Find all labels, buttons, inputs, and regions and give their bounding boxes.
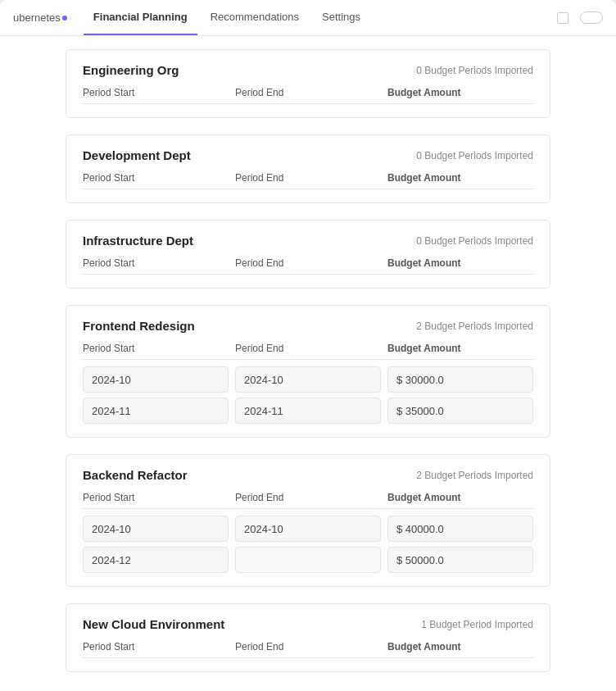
section-badge-frontend-redesign: 2 Budget Periods Imported bbox=[416, 320, 533, 332]
section-badge-backend-refactor: 2 Budget Periods Imported bbox=[416, 470, 533, 481]
data-cell-frontend-redesign-1-2[interactable]: $ 35000.0 bbox=[387, 398, 533, 424]
col-label-backend-refactor-2: Budget Amount bbox=[387, 492, 533, 503]
col-label-infrastructure-dept-2: Budget Amount bbox=[387, 257, 533, 269]
section-badge-infrastructure-dept: 0 Budget Periods Imported bbox=[416, 235, 533, 247]
nav-logo: ubernetes bbox=[13, 11, 67, 24]
data-row-backend-refactor-1: 2024-12$ 50000.0 bbox=[83, 547, 533, 573]
col-label-frontend-redesign-2: Budget Amount bbox=[387, 343, 533, 354]
col-label-infrastructure-dept-0: Period Start bbox=[83, 257, 229, 269]
data-cell-frontend-redesign-0-0[interactable]: 2024-10 bbox=[83, 366, 229, 393]
col-label-development-dept-0: Period Start bbox=[83, 172, 229, 184]
columns-header-new-cloud-environment: Period StartPeriod EndBudget Amount bbox=[83, 641, 533, 658]
col-label-backend-refactor-0: Period Start bbox=[83, 492, 229, 503]
section-header-backend-refactor: Backend Refactor2 Budget Periods Importe… bbox=[83, 468, 533, 482]
toggle-switch[interactable] bbox=[580, 11, 603, 24]
section-title-backend-refactor: Backend Refactor bbox=[83, 468, 188, 482]
tab-financial-planning[interactable]: Financial Planning bbox=[84, 0, 197, 35]
data-cell-frontend-redesign-1-1[interactable]: 2024-11 bbox=[235, 398, 381, 424]
col-label-new-cloud-environment-0: Period Start bbox=[83, 641, 229, 652]
app-frame: ubernetes Financial Planning Recommendat… bbox=[0, 0, 616, 691]
section-engineering-org: Engineering Org0 Budget Periods Imported… bbox=[66, 49, 550, 118]
section-title-infrastructure-dept: Infrastructure Dept bbox=[83, 234, 193, 248]
col-label-engineering-org-1: Period End bbox=[235, 87, 381, 98]
data-rows-backend-refactor: 2024-102024-10$ 40000.02024-12$ 50000.0 bbox=[83, 516, 533, 573]
data-cell-backend-refactor-1-1[interactable] bbox=[235, 547, 381, 573]
data-cell-frontend-redesign-0-2[interactable]: $ 30000.0 bbox=[387, 366, 533, 393]
section-title-new-cloud-environment: New Cloud Environment bbox=[83, 617, 224, 631]
col-label-frontend-redesign-0: Period Start bbox=[83, 343, 229, 354]
section-header-new-cloud-environment: New Cloud Environment1 Budget Period Imp… bbox=[83, 617, 533, 631]
section-frontend-redesign: Frontend Redesign2 Budget Periods Import… bbox=[66, 305, 550, 438]
columns-header-engineering-org: Period StartPeriod EndBudget Amount bbox=[83, 87, 533, 104]
data-cell-backend-refactor-1-2[interactable]: $ 50000.0 bbox=[387, 547, 533, 573]
nav-logo-text: ubernetes bbox=[13, 11, 61, 24]
nav-right bbox=[557, 11, 603, 24]
section-backend-refactor: Backend Refactor2 Budget Periods Importe… bbox=[66, 454, 550, 587]
section-badge-development-dept: 0 Budget Periods Imported bbox=[416, 150, 533, 161]
columns-header-development-dept: Period StartPeriod EndBudget Amount bbox=[83, 172, 533, 189]
section-new-cloud-environment: New Cloud Environment1 Budget Period Imp… bbox=[66, 603, 550, 672]
data-cell-backend-refactor-1-0[interactable]: 2024-12 bbox=[83, 547, 229, 573]
section-title-frontend-redesign: Frontend Redesign bbox=[83, 319, 195, 333]
columns-header-backend-refactor: Period StartPeriod EndBudget Amount bbox=[83, 492, 533, 509]
data-cell-frontend-redesign-0-1[interactable]: 2024-10 bbox=[235, 366, 381, 393]
tab-recommendations[interactable]: Recommendations bbox=[201, 0, 309, 35]
nav-logo-dot bbox=[62, 16, 67, 20]
data-cell-backend-refactor-0-0[interactable]: 2024-10 bbox=[83, 516, 229, 542]
section-header-development-dept: Development Dept0 Budget Periods Importe… bbox=[83, 148, 533, 162]
section-header-engineering-org: Engineering Org0 Budget Periods Imported bbox=[83, 63, 533, 77]
data-row-frontend-redesign-0: 2024-102024-10$ 30000.0 bbox=[83, 366, 533, 393]
section-title-development-dept: Development Dept bbox=[83, 148, 191, 162]
col-label-engineering-org-0: Period Start bbox=[83, 87, 229, 98]
data-cell-frontend-redesign-1-0[interactable]: 2024-11 bbox=[83, 398, 229, 424]
section-badge-new-cloud-environment: 1 Budget Period Imported bbox=[421, 619, 533, 630]
col-label-development-dept-2: Budget Amount bbox=[387, 172, 533, 184]
col-label-backend-refactor-1: Period End bbox=[235, 492, 381, 503]
section-title-engineering-org: Engineering Org bbox=[83, 63, 179, 77]
columns-header-frontend-redesign: Period StartPeriod EndBudget Amount bbox=[83, 343, 533, 360]
columns-header-infrastructure-dept: Period StartPeriod EndBudget Amount bbox=[83, 257, 533, 275]
nav-bar: ubernetes Financial Planning Recommendat… bbox=[0, 0, 616, 36]
col-label-infrastructure-dept-1: Period End bbox=[235, 257, 381, 269]
data-cell-backend-refactor-0-2[interactable]: $ 40000.0 bbox=[387, 516, 533, 542]
data-cell-backend-refactor-0-1[interactable]: 2024-10 bbox=[235, 516, 381, 542]
show-errors-checkbox[interactable] bbox=[557, 12, 568, 24]
nav-tabs: Financial Planning Recommendations Setti… bbox=[84, 0, 370, 35]
section-development-dept: Development Dept0 Budget Periods Importe… bbox=[66, 134, 550, 203]
tab-settings[interactable]: Settings bbox=[312, 0, 370, 35]
section-infrastructure-dept: Infrastructure Dept0 Budget Periods Impo… bbox=[66, 220, 550, 289]
col-label-frontend-redesign-1: Period End bbox=[235, 343, 381, 354]
col-label-development-dept-1: Period End bbox=[235, 172, 381, 184]
col-label-new-cloud-environment-1: Period End bbox=[235, 641, 381, 652]
data-row-frontend-redesign-1: 2024-112024-11$ 35000.0 bbox=[83, 398, 533, 424]
col-label-engineering-org-2: Budget Amount bbox=[387, 87, 533, 98]
data-row-backend-refactor-0: 2024-102024-10$ 40000.0 bbox=[83, 516, 533, 542]
section-header-infrastructure-dept: Infrastructure Dept0 Budget Periods Impo… bbox=[83, 234, 533, 248]
section-header-frontend-redesign: Frontend Redesign2 Budget Periods Import… bbox=[83, 319, 533, 333]
col-label-new-cloud-environment-2: Budget Amount bbox=[387, 641, 533, 652]
main-content: Engineering Org0 Budget Periods Imported… bbox=[0, 36, 616, 691]
show-errors-label bbox=[557, 12, 573, 24]
data-rows-frontend-redesign: 2024-102024-10$ 30000.02024-112024-11$ 3… bbox=[83, 366, 533, 424]
section-badge-engineering-org: 0 Budget Periods Imported bbox=[416, 65, 533, 76]
